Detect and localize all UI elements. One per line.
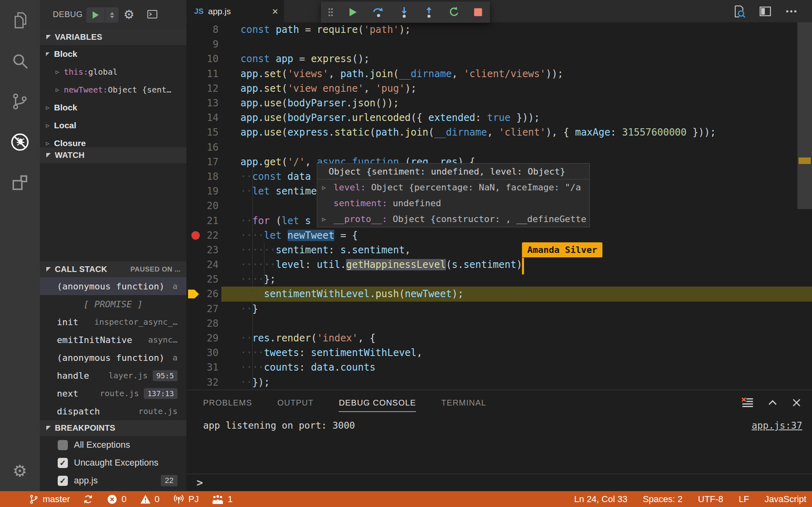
- file-link[interactable]: app.js:37: [751, 420, 802, 431]
- maximize-panel-button[interactable]: [767, 397, 779, 409]
- stack-frame-anonymousfunction[interactable]: (anonymous function)a: [40, 277, 186, 295]
- status-javascript[interactable]: JavaScript: [764, 494, 806, 505]
- stack-frame-dispatch[interactable]: dispatchroute.js: [40, 402, 186, 420]
- activity-bar-item-debug[interactable]: [0, 122, 40, 162]
- breakpoint-row-all-exceptions[interactable]: All Exceptions: [40, 436, 186, 454]
- step-into-button[interactable]: [398, 6, 410, 18]
- step-over-button[interactable]: [372, 6, 385, 18]
- panel-tab-debug-console[interactable]: DEBUG CONSOLE: [339, 398, 416, 412]
- debug-launch-control[interactable]: [86, 7, 119, 23]
- line-gutter-14[interactable]: 14: [187, 110, 221, 125]
- hover-property-sentiment[interactable]: sentiment: undefined: [317, 195, 589, 211]
- status-git-branch[interactable]: master: [28, 494, 70, 505]
- code-content: ······level: util.getHappinessLevel(s.se…: [221, 257, 812, 272]
- line-gutter-27[interactable]: 27: [187, 302, 221, 316]
- watch-section-header[interactable]: WATCH: [40, 147, 186, 163]
- variable-row-newTweet[interactable]: ▷newTweet: Object {sent…: [40, 81, 186, 99]
- status-lf[interactable]: LF: [739, 494, 749, 505]
- line-gutter-21[interactable]: 21: [187, 213, 221, 228]
- stack-frame-emitinitnative[interactable]: emitInitNativeasync…: [40, 331, 186, 349]
- close-panel-button[interactable]: [791, 397, 802, 408]
- status-spaces--2[interactable]: Spaces: 2: [643, 494, 682, 505]
- close-tab-icon[interactable]: ×: [272, 6, 278, 17]
- line-gutter-20[interactable]: 20: [187, 198, 221, 213]
- configure-gear-icon[interactable]: ⚙: [123, 7, 134, 22]
- restart-button[interactable]: [448, 6, 460, 18]
- breakpoint-checkbox[interactable]: ✓: [58, 458, 68, 468]
- breakpoint-checkbox[interactable]: [58, 440, 68, 450]
- clear-console-button[interactable]: [741, 397, 754, 409]
- debug-console-icon[interactable]: [146, 8, 158, 22]
- line-gutter-18[interactable]: 18: [187, 169, 221, 184]
- status-utf-8[interactable]: UTF-8: [698, 494, 723, 505]
- variables-scope-local[interactable]: ▷Local: [40, 117, 186, 134]
- line-gutter-9[interactable]: 9: [187, 37, 221, 52]
- hover-property-__proto__[interactable]: ▷__proto__: Object {constructor: , __def…: [317, 211, 589, 227]
- code-token: ··: [240, 377, 252, 388]
- step-out-button[interactable]: [423, 6, 435, 18]
- variable-row-this[interactable]: ▷this: global: [40, 63, 186, 81]
- line-gutter-30[interactable]: 30: [187, 345, 221, 360]
- activity-bar-item-search[interactable]: [0, 41, 40, 81]
- line-gutter-11[interactable]: 11: [187, 67, 221, 81]
- breakpoint-row-app.js[interactable]: ✓app.js22: [40, 472, 186, 490]
- line-gutter-32[interactable]: 32: [187, 375, 221, 390]
- line-gutter-16[interactable]: 16: [187, 140, 221, 155]
- panel-tab-problems[interactable]: PROBLEMS: [203, 398, 252, 412]
- panel-tab-terminal[interactable]: TERMINAL: [441, 398, 486, 412]
- line-gutter-17[interactable]: 17: [187, 155, 221, 169]
- line-gutter-22[interactable]: 22: [187, 228, 221, 243]
- start-debug-button[interactable]: [86, 11, 105, 19]
- code-token: for: [252, 215, 270, 227]
- breakpoints-section-header[interactable]: BREAKPOINTS: [40, 420, 186, 436]
- stack-frame-next[interactable]: nextroute.js137:13: [40, 384, 186, 402]
- status-warning[interactable]: 0: [140, 494, 160, 505]
- editor-scrollbar[interactable]: [797, 22, 812, 209]
- activity-bar-item-settings-gear[interactable]: ⚙: [0, 451, 40, 491]
- status-people[interactable]: 1: [212, 494, 232, 505]
- variables-section-header[interactable]: VARIABLES: [40, 29, 186, 45]
- variables-scope-block[interactable]: Block: [40, 45, 186, 63]
- status-error[interactable]: 0: [106, 494, 126, 505]
- line-gutter-23[interactable]: 23: [187, 243, 221, 257]
- line-gutter-12[interactable]: 12: [187, 81, 221, 96]
- line-gutter-19[interactable]: 19: [187, 184, 221, 198]
- stack-frame-handle[interactable]: handlelayer.js95:5: [40, 367, 186, 384]
- stop-button[interactable]: [473, 7, 483, 17]
- tab-app-js[interactable]: JS app.js ×: [187, 0, 284, 22]
- activity-bar-item-explorer[interactable]: [0, 0, 40, 41]
- line-gutter-24[interactable]: 24: [187, 257, 221, 272]
- stack-frame-init[interactable]: initinspector_async_…: [40, 313, 186, 331]
- panel-tab-output[interactable]: OUTPUT: [277, 398, 314, 412]
- twisty-collapsed-icon: ▷: [56, 68, 64, 76]
- more-actions-button[interactable]: [784, 4, 798, 18]
- breakpoint-row-uncaught-exceptions[interactable]: ✓Uncaught Exceptions: [40, 454, 186, 472]
- split-editor-button[interactable]: [758, 4, 772, 18]
- line-gutter-10[interactable]: 10: [187, 52, 221, 66]
- continue-button[interactable]: [346, 6, 359, 18]
- code-token: };: [264, 274, 276, 285]
- status-sync[interactable]: [83, 494, 93, 505]
- hover-property-level[interactable]: ▷level: Object {percentage: NaN, faceIma…: [317, 179, 589, 195]
- line-gutter-8[interactable]: 8: [187, 22, 221, 37]
- activity-bar-item-extensions[interactable]: [0, 162, 40, 203]
- variables-scope-closure[interactable]: ▷Closure: [40, 134, 186, 147]
- debug-console-input[interactable]: >: [187, 474, 812, 491]
- activity-bar-item-source-control[interactable]: [0, 81, 40, 122]
- status-broadcast[interactable]: PJ: [173, 494, 199, 505]
- line-gutter-29[interactable]: 29: [187, 331, 221, 345]
- call-stack-section-header[interactable]: CALL STACK PAUSED ON ...: [40, 261, 186, 277]
- line-gutter-13[interactable]: 13: [187, 96, 221, 110]
- variables-scope-block[interactable]: ▷Block: [40, 99, 186, 117]
- line-gutter-28[interactable]: 28: [187, 316, 221, 331]
- debug-config-dropdown[interactable]: [105, 12, 119, 18]
- search-editor-button[interactable]: [732, 4, 746, 19]
- status-ln-24--col-33[interactable]: Ln 24, Col 33: [574, 494, 628, 505]
- breakpoint-checkbox[interactable]: ✓: [58, 476, 68, 486]
- line-gutter-15[interactable]: 15: [187, 125, 221, 140]
- line-gutter-25[interactable]: 25: [187, 272, 221, 287]
- stack-frame-anonymousfunction[interactable]: (anonymous function)a: [40, 349, 186, 367]
- line-gutter-26[interactable]: 26: [187, 287, 221, 301]
- line-gutter-31[interactable]: 31: [187, 360, 221, 375]
- variable-value: global: [88, 67, 117, 77]
